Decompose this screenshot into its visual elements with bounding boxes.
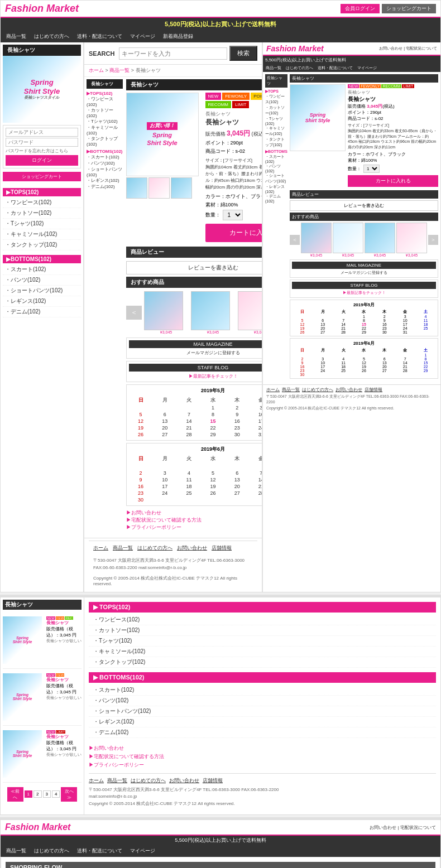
login-button[interactable]: ログイン: [6, 155, 78, 166]
cat-onepiece[interactable]: ・ワンピース(102): [3, 197, 81, 208]
col3-rec-2[interactable]: ¥3,045: [333, 223, 363, 257]
col3-rec-right[interactable]: ＞: [428, 235, 438, 245]
list-footer-beginners[interactable]: はじめての方へ: [131, 777, 166, 784]
list-footer-products[interactable]: 商品一覧: [107, 777, 127, 784]
cat-camisole[interactable]: ・キャミソール(102): [3, 229, 81, 240]
nav-delivery[interactable]: 送料・配送について: [74, 32, 126, 41]
col3-nav-beginners[interactable]: はじめての方へ: [284, 65, 315, 71]
bottoms-item-denim[interactable]: ・デニム(102): [89, 727, 436, 738]
cat-tshirt[interactable]: ・Tシャツ(102): [3, 219, 81, 229]
col3-shorts[interactable]: ・ショートパンツ(102): [265, 173, 287, 184]
footer-list[interactable]: 商品一覧: [113, 544, 133, 552]
qty-select[interactable]: 123: [223, 210, 243, 220]
privacy-link[interactable]: ▶プライバシーポリシー: [126, 524, 263, 531]
add-to-cart-button[interactable]: カートに入れる: [205, 224, 263, 242]
tops-item-onepiece[interactable]: ・ワンピース(102): [89, 615, 436, 625]
cat-pants[interactable]: ・パンツ(102): [3, 275, 81, 286]
col3-logo[interactable]: Fashion Market: [266, 44, 324, 53]
search-button[interactable]: 検索: [229, 46, 257, 61]
col3-skirt[interactable]: ・スカート(102): [265, 154, 287, 163]
col3-cart-button[interactable]: カートに入れる: [348, 175, 438, 187]
sidebar-tshirt[interactable]: ・Tシャツ(102): [87, 118, 123, 124]
col3-mail-link[interactable]: メールマガジンに登録する: [292, 270, 436, 276]
col3-nav-mypage[interactable]: マイページ: [356, 65, 378, 71]
bottoms-item-skirt[interactable]: ・スカート(102): [89, 685, 436, 696]
col3-footer-list[interactable]: 商品一覧: [282, 387, 300, 393]
s3-nav-mypage[interactable]: マイページ: [127, 846, 159, 856]
col3-footer-home[interactable]: ホーム: [266, 387, 280, 393]
rec-item-3[interactable]: ¥3,045: [238, 291, 263, 334]
col3-rec-left[interactable]: ＜: [290, 235, 300, 245]
page-4[interactable]: 4: [52, 790, 60, 798]
col3-leggings[interactable]: ・レギンス(102): [265, 184, 287, 194]
sidebar-tanktop[interactable]: ・タンクトップ(102): [87, 136, 123, 147]
list-privacy-link[interactable]: ▶プライバシーポリシー: [89, 761, 436, 769]
cat-cutso[interactable]: ・カットソー(102): [3, 208, 81, 219]
inquiry-link[interactable]: ▶お問い合わせ: [126, 509, 263, 517]
page-prev[interactable]: ≪前へ: [7, 787, 23, 802]
site-logo[interactable]: Fashion Market: [5, 3, 79, 15]
col3-blog-link[interactable]: ▶最新記事をチェック！: [292, 290, 436, 296]
cat-denim[interactable]: ・デニム(102): [3, 307, 81, 317]
thumb-1[interactable]: [126, 177, 147, 199]
list-title-2[interactable]: 長袖シャツ: [46, 677, 82, 683]
col3-nav-delivery[interactable]: 送料・配送について: [316, 65, 354, 71]
sidebar-pants[interactable]: ・パンツ(102): [87, 160, 123, 166]
cat-skirt[interactable]: ・スカート(102): [3, 264, 81, 275]
forgot-password-link[interactable]: パスワードを忘れた方はこちら: [6, 148, 78, 154]
nav-product-list[interactable]: 商品一覧: [3, 32, 30, 41]
cart-link-button[interactable]: ショッピングカート: [3, 172, 81, 181]
sidebar-leggings[interactable]: ・レギンス(102): [87, 177, 123, 184]
col3-footer-beginners[interactable]: はじめての方へ: [302, 387, 333, 393]
list-footer-contact[interactable]: お問い合わせ: [169, 777, 199, 784]
tops-item-cutso[interactable]: ・カットソー(102): [89, 625, 436, 636]
list-footer-store-info[interactable]: 店舗情報: [203, 777, 223, 784]
thumb-2[interactable]: [148, 177, 170, 199]
rec-arrow-left[interactable]: ＜: [126, 306, 142, 320]
col3-cutso[interactable]: ・カットソー(102): [265, 105, 287, 116]
cart-button[interactable]: ショッピングカート: [382, 4, 436, 13]
cat-leggings[interactable]: ・レギンス(102): [3, 296, 81, 307]
thumb-3[interactable]: [171, 177, 192, 199]
store-link[interactable]: ▶宅配状況について確認する方法: [126, 517, 263, 524]
col3-nav-list[interactable]: 商品一覧: [264, 65, 283, 71]
staff-blog-link[interactable]: ▶最新記事をチェック！: [129, 373, 263, 379]
col3-tshirt[interactable]: ・Tシャツ(102): [265, 116, 287, 126]
search-input[interactable]: [119, 47, 227, 60]
col3-footer-store[interactable]: 店舗情報: [365, 387, 382, 393]
footer-contact[interactable]: お問い合わせ: [177, 544, 207, 552]
s3-nav-list[interactable]: 商品一覧: [3, 846, 30, 856]
nav-beginners[interactable]: はじめての方へ: [31, 32, 73, 41]
sidebar-camisole[interactable]: ・キャミソール(102): [87, 124, 123, 136]
s3-nav-delivery[interactable]: 送料・配送について: [74, 846, 126, 856]
col3-rec-4[interactable]: ¥3,045: [396, 223, 427, 257]
col3-camisole[interactable]: ・キャミソール(102): [265, 126, 287, 137]
page-next[interactable]: 次へ≫: [61, 787, 77, 802]
s3-nav-beginners[interactable]: はじめての方へ: [31, 846, 73, 856]
sidebar-denim[interactable]: ・デニム(102): [87, 184, 123, 190]
tops-item-camisole[interactable]: ・キャミソール(102): [89, 647, 436, 657]
page-1[interactable]: 1: [25, 790, 32, 798]
nav-new-arrivals[interactable]: 新着商品登録: [160, 32, 196, 41]
email-input[interactable]: [6, 128, 78, 137]
password-input[interactable]: [6, 138, 78, 147]
rec-item-2[interactable]: ¥3,045: [191, 291, 236, 334]
bottoms-item-pants[interactable]: ・パンツ(102): [89, 696, 436, 706]
col3-rec-3[interactable]: ¥3,045: [365, 223, 395, 257]
list-store-link[interactable]: ▶宅配状況について確認する方法: [89, 753, 436, 760]
sidebar-onepiece[interactable]: ・ワンピース(102): [87, 96, 123, 107]
list-inquiry-link[interactable]: ▶お問い合わせ: [89, 745, 436, 752]
col3-footer-contact[interactable]: お問い合わせ: [335, 387, 362, 393]
list-title-3[interactable]: 長袖シャツ: [46, 734, 82, 740]
col3-denim[interactable]: ・デニム(102): [265, 194, 287, 203]
list-title-1[interactable]: 長袖シャツ: [46, 620, 82, 626]
tops-item-tshirt[interactable]: ・Tシャツ(102): [89, 636, 436, 647]
cat-tanktop[interactable]: ・タンクトップ(102): [3, 240, 81, 250]
col3-onepiece[interactable]: ・ワンピース(102): [265, 94, 287, 105]
breadcrumb-home[interactable]: ホーム: [89, 67, 104, 73]
col3-review-btn[interactable]: レビューを書き込む: [290, 200, 438, 211]
nav-mypage[interactable]: マイページ: [127, 32, 159, 41]
sidebar-cutso[interactable]: ・カットソー(102): [87, 107, 123, 118]
list-footer-home[interactable]: ホーム: [89, 777, 104, 784]
tops-item-tanktop[interactable]: ・タンクトップ(102): [89, 657, 436, 668]
